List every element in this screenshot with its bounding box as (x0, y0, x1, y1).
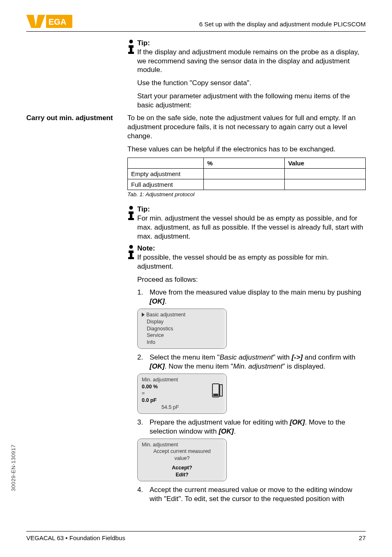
svg-rect-13 (128, 257, 134, 259)
footer-left: VEGACAL 63 • Foundation Fieldbus (26, 534, 125, 541)
brand-logo: EGA (26, 15, 72, 30)
svg-rect-4 (130, 45, 132, 53)
step-item: 3. Prepare the adjustment value for edit… (137, 418, 366, 436)
svg-rect-12 (130, 251, 132, 258)
table-cell: Full adjustment (128, 179, 204, 190)
svg-point-2 (129, 40, 133, 44)
logo-text: EGA (48, 17, 66, 26)
note-heading: Note: (137, 244, 155, 252)
table-row: Empty adjustment (128, 169, 366, 179)
table-row: % Value (128, 158, 366, 169)
tip-heading: Tip: (137, 39, 150, 47)
doc-code: 30029-EN-130917 (10, 444, 16, 491)
step-item: 1. Move from the measured value display … (137, 288, 366, 306)
body-text: To be on the safe side, note the adjustm… (127, 114, 366, 140)
section-side-label: Carry out min. adjustment (26, 114, 124, 122)
tip-text: For min. adjustment the vessel should be… (137, 214, 363, 240)
svg-rect-5 (128, 52, 134, 54)
tip-text: If the display and adjustment module rem… (137, 48, 359, 74)
svg-marker-0 (26, 15, 45, 28)
page-number: 27 (359, 534, 366, 541)
body-text: These values can be helpful if the elect… (127, 145, 366, 154)
note-text: If possible, the vessel should be as emp… (137, 253, 329, 270)
top-rule (26, 31, 366, 32)
chapter-header: 6 Set up with the display and adjustment… (199, 21, 366, 28)
table-caption: Tab. 1: Adjustment protocol (127, 191, 366, 197)
svg-rect-8 (130, 211, 132, 219)
adjustment-table: % Value Empty adjustment Full adjustment (127, 158, 366, 190)
table-header: % (204, 158, 285, 169)
info-icon (127, 39, 137, 54)
note-text: Proceed as follows: (137, 275, 366, 284)
info-icon (127, 205, 137, 220)
svg-point-10 (129, 245, 133, 249)
tip-heading: Tip: (137, 205, 150, 213)
tip-text-2: Use the function "Copy sensor data". (137, 79, 366, 88)
svg-point-6 (129, 206, 133, 210)
table-header: Value (285, 158, 366, 169)
tank-icon (212, 383, 223, 401)
svg-rect-16 (220, 385, 222, 396)
svg-rect-9 (128, 218, 134, 220)
info-icon (127, 244, 137, 260)
svg-rect-15 (213, 394, 218, 396)
step-item: 4. Accept the current measured value or … (137, 485, 366, 504)
table-cell: Empty adjustment (128, 169, 204, 179)
table-row: Full adjustment (128, 179, 366, 190)
tip-text-3: Start your parameter adjustment with the… (137, 92, 366, 110)
bottom-rule (26, 531, 366, 531)
lcd-accept-dialog: Min. adjustment Accept current measured … (137, 439, 227, 481)
lcd-basic-adjustment: Basic adjustment Display Diagnostics Ser… (137, 309, 227, 349)
step-item: 2. Select the menu item "Basic adjustmen… (137, 353, 366, 371)
lcd-min-adjustment: Min. adjustment 0.00 % = 0.0 pF 54.5 pF (137, 374, 227, 414)
pointer-icon (142, 313, 145, 317)
